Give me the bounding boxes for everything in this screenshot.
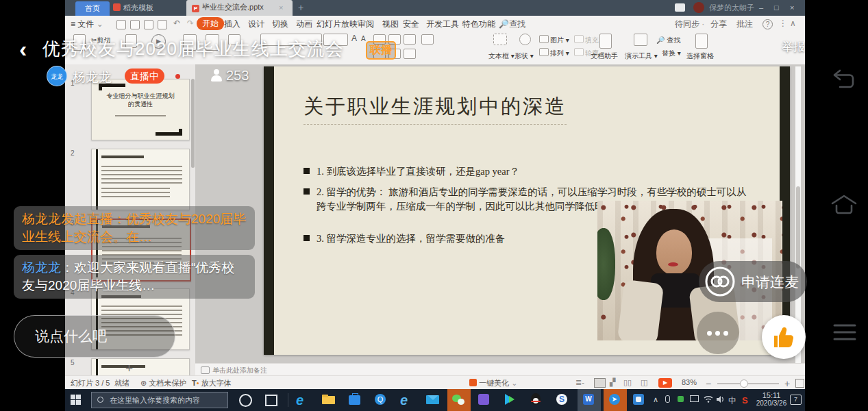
increase-font-icon: A — [351, 34, 357, 43]
wps-menu-row: ≡ 文件 ⌄ ↶ ↷ ⌄ 开始 插入 设计 切换 动画 幻灯片放映 审阅 视图 … — [65, 16, 805, 32]
present-tools-icon — [634, 34, 647, 46]
ime-indicator: 中 — [728, 395, 736, 407]
co-broadcast-badge: 联播 — [366, 41, 396, 60]
wps-status-bar: 幻灯片 3 / 5 就绪 ⊛ 文档未保护 T• 放大字体 一键美化 ⌄ ≣- ▞… — [65, 375, 805, 390]
taskbar-search-box: 在这里输入你要搜索的内容 — [91, 392, 228, 408]
recorder-app-icon — [632, 393, 647, 407]
ready-status: 就绪 — [114, 378, 129, 388]
file-explorer-icon — [322, 393, 337, 407]
account-avatar — [693, 2, 704, 13]
restore-icon: □ — [774, 1, 779, 15]
ribbon-tab-slideshow: 幻灯片放映 — [317, 18, 358, 30]
comment-input[interactable]: 说点什么吧 — [14, 315, 175, 358]
help-icon: ? — [762, 19, 773, 29]
person-lips — [668, 262, 678, 266]
normal-view-icon — [594, 378, 606, 388]
picture-button: 图片 ▾ — [550, 36, 569, 45]
clock-date: 2020/3/26 — [756, 399, 787, 407]
textbox-button: 文本框 ▾ — [488, 51, 514, 61]
person-face — [656, 229, 692, 275]
print-icon — [144, 20, 153, 29]
live-status-badge: 直播中 — [125, 68, 164, 84]
panel-scrollbar — [191, 79, 195, 168]
ribbon-tab-design: 设计 — [248, 18, 264, 30]
replace-button: 替换 ▾ — [662, 49, 681, 58]
sogou-ime-icon: S — [742, 395, 748, 406]
zoom-percent: 83% — [682, 378, 697, 386]
zoom-out-icon: − — [706, 378, 711, 389]
link-mic-icon — [704, 266, 736, 297]
back-button[interactable]: ‹ — [19, 36, 27, 62]
bullet-square-icon — [303, 188, 310, 195]
undo-icon: ↶ — [173, 18, 180, 28]
stream-title: 优秀校友与2020届毕业生线上交流会 — [42, 37, 344, 61]
qq-browser-icon: Q — [374, 393, 389, 407]
person-jacket-left — [617, 279, 665, 340]
pointer-app-icon: ➤ — [608, 393, 623, 407]
selection-pane-button: 选择窗格 — [686, 51, 714, 61]
like-button[interactable] — [762, 315, 806, 359]
android-recents-button[interactable] — [830, 322, 860, 345]
slide-bullet-1: 1. 到底该选择毕业了直接读研，还是gap year？ — [303, 164, 756, 179]
bullet-square-icon — [303, 235, 310, 241]
indent-icon — [404, 34, 416, 45]
decrease-font-icon: A — [361, 35, 366, 42]
tray-expand-icon: ∧ — [653, 395, 658, 404]
android-home-button[interactable] — [830, 193, 858, 219]
present-tools-button: 演示工具 ▾ — [625, 51, 658, 61]
account-name: 保梦的太朝子 — [709, 1, 754, 15]
protect-status: ⊛ 文档未保护 — [140, 378, 186, 388]
textbox-icon — [493, 34, 507, 45]
ribbon-tab-devtools: 开发工具 — [426, 18, 459, 30]
font-zoom-tool: T• 放大字体 — [192, 378, 232, 388]
wps-tab-home: 首页 — [75, 1, 110, 16]
shape-button: 形状 ▾ — [514, 51, 534, 61]
thumbs-up-icon — [771, 325, 796, 349]
search-placeholder: 在这里输入你要搜索的内容 — [110, 396, 200, 404]
comment-button: 批注 — [736, 18, 753, 30]
slide-thumbnail-1: 专业细分与职业生涯规划的贯通性 — [91, 79, 190, 140]
tray-volume-icon — [716, 395, 725, 405]
fit-slide-icon — [795, 379, 804, 388]
selection-pane-icon — [695, 34, 708, 49]
ribbon-tab-transition: 切换 — [272, 18, 288, 30]
thumb-number-2: 2 — [71, 149, 75, 157]
clock: 15:11 2020/3/26 — [756, 391, 787, 407]
streamer-name: 杨龙龙 — [73, 68, 112, 86]
streamer-avatar[interactable]: 龙龙 — [47, 66, 67, 86]
find-menu: 🔎查找 — [499, 18, 525, 30]
thumb-number-5: 5 — [71, 359, 75, 366]
ribbon-tab-home: 开始 — [197, 17, 224, 30]
ribbon-tab-review: 审阅 — [358, 18, 374, 30]
more-options-button[interactable] — [697, 312, 739, 354]
windows-taskbar: 在这里输入你要搜索的内容 e Q e S W ➤ ∧ — [65, 389, 805, 411]
sync-status: 待同步 · — [675, 18, 704, 30]
doc-assistant-button: 文档助手 — [591, 51, 618, 61]
chat-system-message: 杨龙龙发起直播：优秀校友与2020届毕业生线上交流会。在… — [14, 206, 255, 250]
taskbar-divider — [288, 393, 288, 407]
wechat-icon — [452, 393, 467, 407]
tray-green-icon — [678, 395, 684, 403]
wps-tab-docer: 稻壳模板 — [113, 1, 153, 15]
picture-icon — [539, 35, 549, 43]
task-view-icon — [264, 393, 279, 407]
purple-app-icon — [478, 393, 493, 407]
share-button: 分享 — [710, 18, 727, 30]
store-icon — [348, 393, 363, 407]
edge-icon: e — [296, 393, 311, 407]
clock-time: 15:11 — [756, 391, 787, 399]
mic-request-button[interactable]: 申请连麦 — [699, 261, 807, 302]
zoom-slider-track — [717, 383, 779, 384]
output-icon — [130, 20, 140, 29]
read-view-icon: ▯▯ — [623, 378, 632, 387]
wps-tab-document: P毕业生交流会.pptx — [186, 0, 293, 16]
cortana-icon — [238, 393, 253, 407]
find-button: 🔎 查找 — [656, 36, 680, 45]
report-button[interactable]: 举报 — [782, 39, 805, 55]
bullet-square-icon — [303, 168, 310, 174]
android-back-button[interactable] — [830, 68, 858, 92]
shape-icon — [519, 34, 531, 45]
doc-assistant-icon — [599, 34, 612, 49]
preview-icon — [158, 20, 167, 29]
mail-icon — [426, 393, 441, 407]
